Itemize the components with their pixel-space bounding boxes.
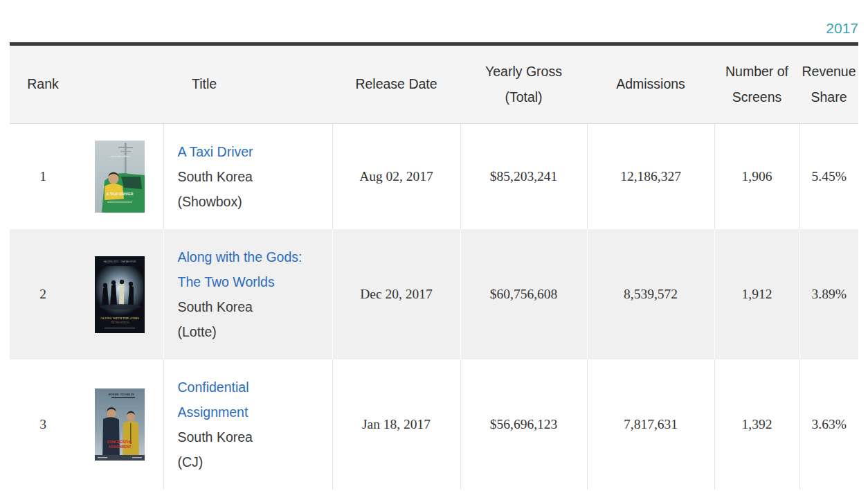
header-admissions: Admissions [587,46,714,123]
movie-poster-along-with-the-gods: HA JUNG-WOO · CHA TAE-HYUN ALONG WITH TH… [95,256,145,333]
svg-text:CONFIDENTIAL: CONFIDENTIAL [107,440,132,444]
movie-title-link[interactable]: Along with the Gods: The Two Worlds [178,244,314,294]
poster-cell: — two worlds collide — A TAXI DRIVER [76,123,163,229]
svg-text:HA JUNG-WOO · CHA TAE-HYUN: HA JUNG-WOO · CHA TAE-HYUN [104,260,136,263]
release-date-value: Dec 20, 2017 [332,229,460,359]
svg-text:ASSIGNMENT: ASSIGNMENT [108,445,131,449]
rank-value: 3 [10,359,76,490]
movie-distributor: (Showbox) [178,189,332,214]
page-container: 2017 Rank Title Release Date Yearly Gros… [0,0,868,490]
yearly-gross-value: $85,203,241 [460,123,587,229]
header-revenue-share: Revenue Share [799,46,858,123]
movie-poster-confidential-assignment: HYUN BIN · YOO HAE-JIN CONFIDENTIAL ASSI… [95,389,145,461]
box-office-table: Rank Title Release Date Yearly Gross (To… [10,46,858,490]
svg-text:— two worlds collide —: — two worlds collide — [108,155,132,158]
table-row: 3 HYUN BIN · YOO HAE-JIN [10,359,858,490]
screens-value: 1,906 [714,123,799,229]
movie-distributor: (Lotte) [178,319,332,344]
movie-distributor: (CJ) [178,449,332,474]
rank-value: 2 [10,229,76,359]
rank-value: 1 [10,123,76,229]
svg-text:THE TWO WORLDS: THE TWO WORLDS [110,321,129,324]
table-row: 1 — two worlds collide — [10,123,858,229]
poster-cell: HYUN BIN · YOO HAE-JIN CONFIDENTIAL ASSI… [76,359,163,490]
header-title: Title [76,46,332,123]
admissions-value: 12,186,327 [587,123,714,229]
release-date-value: Jan 18, 2017 [332,359,460,490]
screens-value: 1,912 [714,229,799,359]
admissions-value: 7,817,631 [587,359,714,490]
header-release-date: Release Date [332,46,460,123]
revenue-share-value: 5.45% [799,123,858,229]
title-cell: Along with the Gods: The Two Worlds Sout… [163,229,332,359]
movie-title-link[interactable]: A Taxi Driver [178,139,253,164]
year-filter-link[interactable]: 2017 [826,20,858,37]
year-bar: 2017 [10,0,858,42]
header-yearly-gross: Yearly Gross (Total) [460,46,587,123]
svg-text:HYUN BIN · YOO HAE-JIN: HYUN BIN · YOO HAE-JIN [108,393,134,396]
yearly-gross-value: $60,756,608 [460,229,587,359]
movie-title-link[interactable]: Confidential Assignment [178,375,314,425]
title-cell: Confidential Assignment South Korea (CJ) [163,359,332,490]
header-number-of-screens: Number of Screens [714,46,799,123]
release-date-value: Aug 02, 2017 [332,123,460,229]
revenue-share-value: 3.89% [799,229,858,359]
title-cell: A Taxi Driver South Korea (Showbox) [163,123,332,229]
movie-poster-a-taxi-driver: — two worlds collide — A TAXI DRIVER [95,141,145,213]
svg-text:A TAXI DRIVER: A TAXI DRIVER [106,192,133,196]
movie-country: South Korea [178,164,332,189]
table-header-row: Rank Title Release Date Yearly Gross (To… [10,46,858,123]
revenue-share-value: 3.63% [799,359,858,490]
poster-cell: HA JUNG-WOO · CHA TAE-HYUN ALONG WITH TH… [76,229,163,359]
admissions-value: 8,539,572 [587,229,714,359]
screens-value: 1,392 [714,359,799,490]
yearly-gross-value: $56,696,123 [460,359,587,490]
svg-text:ALONG WITH THE GODS: ALONG WITH THE GODS [100,316,139,320]
movie-country: South Korea [178,294,332,319]
table-row: 2 HA JUNG-WOO · CHA [10,229,858,359]
header-rank: Rank [10,46,76,123]
movie-country: South Korea [178,425,332,449]
